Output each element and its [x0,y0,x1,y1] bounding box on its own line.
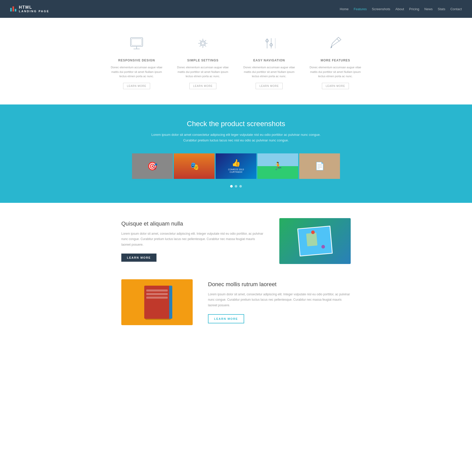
bar1 [10,8,12,11]
nav-link-pricing[interactable]: Pricing [409,7,419,11]
carousel-dot-2[interactable] [235,185,237,188]
wallet-placeholder [121,279,193,325]
map-fold [297,226,333,257]
nav-link-screenshots[interactable]: Screenshots [372,7,390,11]
logo-icon [10,6,16,11]
bar2 [12,6,14,11]
content-desc-1: Lorem ipsum dolor sit amet, consectetur … [121,231,264,248]
bar3 [15,9,16,11]
wallet-book [144,286,170,319]
content-image-2 [121,279,193,325]
feature-title-more: MORE FEATURES [307,59,363,62]
feature-desc-more: Donec elementum accumsan augue vitae mat… [307,65,363,79]
nav-link-contact[interactable]: Contact [450,7,462,11]
nav-link-features[interactable]: Features [354,7,367,11]
navbar: HTML LANDING PAGE Home Features Screensh… [0,0,472,18]
carousel-dot-3[interactable] [239,185,242,188]
nav-item-news[interactable]: News [424,7,433,11]
learn-more-btn-responsive[interactable]: LEARN MORE [123,83,150,89]
content-text-1: Quisque et aliquam nulla Lorem ipsum dol… [121,220,264,262]
content-image-1 [279,218,351,264]
thumb-image-3: 👍 COMECE 2013CURTINDO! [216,153,256,179]
svg-rect-0 [130,38,143,46]
svg-line-11 [337,39,339,41]
svg-point-5 [201,42,204,45]
sliders-svg [261,35,277,51]
brand: HTML LANDING PAGE [10,5,49,13]
nav-item-screenshots[interactable]: Screenshots [372,7,390,11]
nav-item-home[interactable]: Home [340,7,349,11]
nav-item-pricing[interactable]: Pricing [409,7,419,11]
nav-item-about[interactable]: About [395,7,404,11]
content-section: Quisque et aliquam nulla Lorem ipsum dol… [0,203,472,356]
nav-link-about[interactable]: About [395,7,404,11]
feature-title-responsive: RESPONSIVE DESIGN [109,59,165,62]
brand-text: HTML LANDING PAGE [19,5,49,13]
carousel-dot-1[interactable] [230,185,233,188]
feature-title-settings: SIMPLE SETTINGS [175,59,231,62]
screenshots-section: Check the product screenshots Lorem ipsu… [0,104,472,203]
content-row-2: Donec mollis rutrum laoreet Lorem ipsum … [121,279,351,325]
screenshot-thumb-4[interactable]: 🏃 [257,153,298,179]
thumb-image-2: 🎭 [174,153,215,179]
svg-point-4 [200,41,205,46]
content-desc-2: Lorem ipsum dolor sit amet, consectetur … [208,292,351,308]
screenshot-thumb-2[interactable]: 🎭 [174,153,215,179]
thumb3-text: COMECE 2013CURTINDO! [228,168,244,173]
feature-card-responsive: RESPONSIVE DESIGN Donec elementum accums… [109,33,165,89]
nav-link-news[interactable]: News [424,7,433,11]
content-title-1: Quisque et aliquam nulla [121,220,264,227]
brand-html: HTML [19,5,49,10]
screenshots-grid: 🎭 👍 COMECE 2013CURTINDO! 🏃 📄 [10,153,462,179]
like-icon: 👍 [232,159,241,167]
learn-more-btn-more[interactable]: LEARN MORE [322,83,349,89]
screenshots-desc: Lorem ipsum dolor sit amet consectetur a… [10,132,462,143]
nav-menu: Home Features Screenshots About Pricing … [340,7,462,11]
thumb-image-5: 📄 [299,153,340,179]
content-cta-btn-2[interactable]: LEARN MORE [208,314,244,323]
screenshot-thumb-1[interactable] [132,153,173,179]
gear-icon [193,33,213,54]
content-title-2: Donec mollis rutrum laoreet [208,281,351,288]
nav-item-features[interactable]: Features [354,7,367,11]
brand-sub: LANDING PAGE [19,10,49,13]
svg-rect-3 [132,39,142,45]
monitor-svg [128,35,145,51]
sliders-icon [259,33,279,54]
screenshots-title: Check the product screenshots [10,120,462,128]
nav-link-home[interactable]: Home [340,7,349,11]
pencil-icon [325,33,346,54]
gear-svg [195,35,211,51]
content-row-1: Quisque et aliquam nulla Lorem ipsum dol… [121,218,351,264]
pencil-svg [327,35,344,51]
screenshot-thumb-3[interactable]: 👍 COMECE 2013CURTINDO! [216,153,256,179]
thumb-image-1 [132,153,173,179]
features-grid: RESPONSIVE DESIGN Donec elementum accums… [109,33,363,89]
feature-card-settings: SIMPLE SETTINGS Donec elementum accumsan… [175,33,231,89]
feature-card-navigation: EASY NAVIGATION Donec elementum accumsan… [241,33,297,89]
learn-more-btn-navigation[interactable]: LEARN MORE [256,83,283,89]
feature-desc-responsive: Donec elementum accumsan augue vitae mat… [109,65,165,79]
map-placeholder [279,218,351,264]
feature-desc-settings: Donec elementum accumsan augue vitae mat… [175,65,231,79]
screenshot-thumb-5[interactable]: 📄 [299,153,340,179]
monitor-icon [126,33,147,54]
carousel-dots [10,185,462,188]
content-text-2: Donec mollis rutrum laoreet Lorem ipsum … [208,281,351,324]
feature-desc-navigation: Donec elementum accumsan augue vitae mat… [241,65,297,79]
learn-more-btn-settings[interactable]: LEARN MORE [189,83,216,89]
thumb-image-4: 🏃 [257,153,298,179]
map-pin-purple [321,245,325,249]
feature-card-more: MORE FEATURES Donec elementum accumsan a… [307,33,363,89]
content-cta-btn-1[interactable]: LEARN MORE [121,254,156,262]
features-section: RESPONSIVE DESIGN Donec elementum accums… [0,18,472,104]
nav-item-contact[interactable]: Contact [450,7,462,11]
map-pin-red [311,230,315,234]
nav-link-stats[interactable]: Stats [438,7,445,11]
nav-item-stats[interactable]: Stats [438,7,445,11]
feature-title-navigation: EASY NAVIGATION [241,59,297,62]
